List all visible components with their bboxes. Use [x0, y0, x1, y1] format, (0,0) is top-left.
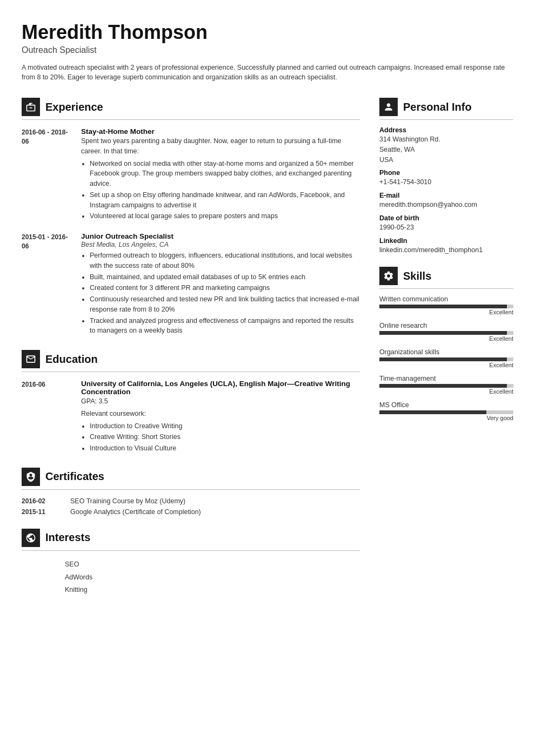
interest-3: Knitting [65, 584, 360, 597]
personal-info-section: Personal Info Address 314 Washington Rd.… [379, 98, 513, 255]
skills-section: Skills Written communication Excellent O… [379, 267, 513, 421]
cert2-name: Google Analytics (Certificate of Complet… [70, 508, 201, 516]
candidate-name: Meredith Thompson [22, 22, 513, 43]
interests-title: Interests [45, 531, 90, 544]
education-section: Education 2016-06 University of Californ… [22, 350, 360, 455]
interests-divider [22, 550, 360, 551]
cert1-date: 2016-02 [22, 497, 59, 505]
experience-entry-1: 2016-06 - 2018-06 Stay-at-Home Mother Sp… [22, 127, 360, 222]
experience-title: Experience [45, 101, 103, 113]
cert-entry-1: 2016-02 SEO Training Course by Moz (Udem… [22, 497, 360, 505]
skill-2-bar [379, 331, 513, 335]
exp2-bullet-5: Tracked and analyzed progress and effect… [90, 316, 360, 336]
exp2-subtitle: Best Media, Los Angeles, CA [81, 241, 360, 248]
education-entry-1: 2016-06 University of California, Los An… [22, 380, 360, 455]
email-value: meredith.thompson@yahoo.com [379, 200, 513, 210]
interest-2: AdWords [65, 571, 360, 584]
edu1-bullet-2: Creative Writing: Short Stories [90, 432, 360, 442]
address-value: 314 Washington Rd.Seattle, WAUSA [379, 134, 513, 165]
edu1-coursework-label: Relevant coursework: [81, 409, 360, 419]
experience-section: Experience 2016-06 - 2018-06 Stay-at-Hom… [22, 98, 360, 337]
dob-value: 1990-05-23 [379, 222, 513, 233]
education-icon [22, 350, 40, 368]
interests-icon [22, 529, 40, 547]
education-divider [22, 372, 360, 372]
interests-header: Interests [22, 529, 360, 547]
interests-section: Interests SEO AdWords Knitting [22, 529, 360, 597]
skills-header: Skills [379, 267, 513, 285]
experience-divider [22, 119, 360, 120]
edu1-date: 2016-06 [22, 380, 70, 455]
skill-3-fill [379, 357, 507, 361]
exp1-bullet-2: Set up a shop on Etsy offering handmade … [90, 190, 360, 211]
skills-icon [379, 267, 398, 285]
svg-rect-0 [30, 107, 32, 109]
phone-value: +1-541-754-3010 [379, 177, 513, 187]
skills-divider [379, 288, 513, 289]
certificates-section: Certificates 2016-02 SEO Training Course… [22, 468, 360, 516]
linkedin-label: LinkedIn [379, 237, 513, 245]
skills-title: Skills [403, 270, 431, 282]
address-label: Address [379, 126, 513, 134]
interest-1: SEO [65, 558, 360, 571]
education-header: Education [22, 350, 360, 368]
candidate-summary: A motivated outreach specialist with 2 y… [22, 63, 508, 83]
dob-label: Date of birth [379, 214, 513, 222]
email-label: E-mail [379, 192, 513, 199]
skill-5: MS Office Very good [379, 401, 513, 421]
exp2-bullet-4: Continuously researched and tested new P… [90, 294, 360, 315]
exp1-desc: Spent two years parenting a baby daughte… [81, 136, 360, 157]
skill-2: Online research Excellent [379, 322, 513, 342]
skill-1-bar [379, 305, 513, 308]
exp2-bullet-2: Built, maintained, and updated email dat… [90, 272, 360, 282]
skill-5-name: MS Office [379, 401, 513, 409]
skill-5-bar [379, 410, 513, 414]
skill-4-bar [379, 384, 513, 388]
exp1-bullet-1: Networked on social media with other sta… [90, 159, 360, 189]
edu1-gpa: GPA: 3.5 [81, 396, 360, 407]
right-column: Personal Info Address 314 Washington Rd.… [379, 98, 513, 433]
skill-3-name: Organizational skills [379, 348, 513, 356]
experience-icon [22, 98, 40, 116]
certificates-divider [22, 489, 360, 490]
skill-5-level: Very good [379, 415, 513, 421]
skill-3-bar [379, 357, 513, 361]
resume-header: Meredith Thompson Outreach Specialist A … [22, 22, 513, 83]
cert-entry-2: 2015-11 Google Analytics (Certificate of… [22, 508, 360, 516]
skill-1-level: Excellent [379, 309, 513, 315]
exp2-title: Junior Outreach Specialist [81, 232, 360, 240]
exp2-bullet-3: Created content for 3 different PR and m… [90, 283, 360, 293]
exp2-bullet-1: Performed outreach to bloggers, influenc… [90, 251, 360, 271]
certificates-icon [22, 468, 40, 486]
skill-4: Time-management Excellent [379, 375, 513, 395]
personal-info-divider [379, 119, 513, 120]
left-column: Experience 2016-06 - 2018-06 Stay-at-Hom… [22, 98, 360, 610]
exp2-date: 2015-01 - 2016-06 [22, 232, 70, 337]
cert2-date: 2015-11 [22, 508, 59, 516]
experience-entry-2: 2015-01 - 2016-06 Junior Outreach Specia… [22, 232, 360, 337]
skill-1-fill [379, 305, 507, 308]
edu1-title: University of California, Los Angeles (U… [81, 380, 360, 396]
personal-info-title: Personal Info [403, 101, 472, 113]
main-layout: Experience 2016-06 - 2018-06 Stay-at-Hom… [22, 98, 513, 610]
exp1-content: Stay-at-Home Mother Spent two years pare… [81, 127, 360, 222]
exp2-bullets: Performed outreach to bloggers, influenc… [90, 251, 360, 336]
experience-header: Experience [22, 98, 360, 116]
skill-2-fill [379, 331, 507, 335]
personal-info-icon [379, 98, 398, 116]
candidate-title: Outreach Specialist [22, 45, 513, 55]
education-title: Education [45, 353, 98, 366]
certificates-title: Certificates [45, 470, 104, 483]
exp2-content: Junior Outreach Specialist Best Media, L… [81, 232, 360, 337]
skill-4-level: Excellent [379, 388, 513, 395]
skill-4-fill [379, 384, 507, 388]
exp1-title: Stay-at-Home Mother [81, 127, 360, 136]
phone-label: Phone [379, 169, 513, 177]
skill-2-level: Excellent [379, 335, 513, 342]
interests-list: SEO AdWords Knitting [65, 558, 360, 597]
skill-3: Organizational skills Excellent [379, 348, 513, 368]
skill-3-level: Excellent [379, 362, 513, 368]
linkedin-value: linkedin.com/meredith_thomphon1 [379, 245, 513, 255]
exp1-bullets: Networked on social media with other sta… [90, 159, 360, 222]
skill-5-fill [379, 410, 486, 414]
